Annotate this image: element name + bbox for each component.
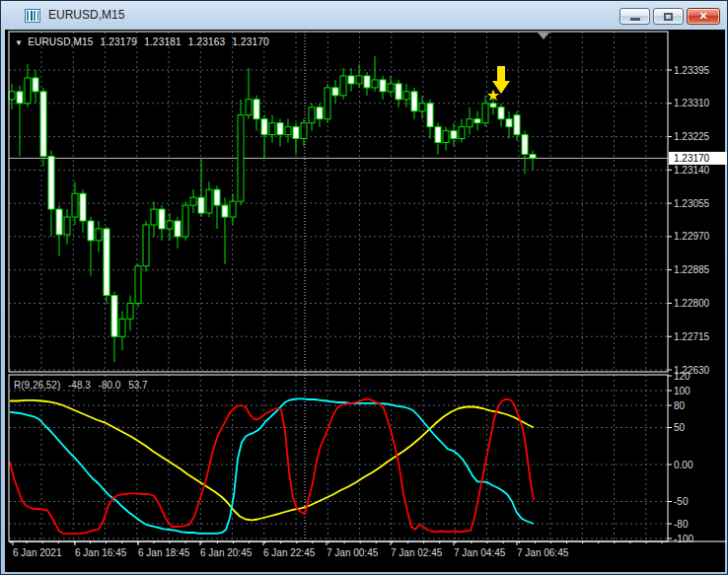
chevron-down-icon[interactable]: ▼ bbox=[15, 38, 23, 47]
open-value: 1.23179 bbox=[101, 36, 138, 47]
minimize-icon bbox=[630, 18, 640, 22]
minimize-button[interactable] bbox=[619, 8, 650, 25]
indicator-header: R(9,26,52) -48.3 -80.0 53.7 bbox=[14, 380, 153, 391]
restore-button[interactable] bbox=[653, 8, 684, 25]
price-scale[interactable] bbox=[668, 32, 727, 541]
restore-icon bbox=[664, 13, 673, 21]
ohlc-header: ▼EURUSD,M15 1.23179 1.23181 1.23163 1.23… bbox=[15, 36, 273, 47]
main-chart-plot[interactable] bbox=[9, 32, 668, 372]
indicator-subwindow[interactable] bbox=[9, 375, 668, 541]
high-value: 1.23181 bbox=[144, 36, 182, 47]
indicator-name: R(9,26,52) bbox=[14, 380, 60, 391]
low-value: 1.23163 bbox=[188, 36, 226, 47]
chart-window-icon bbox=[25, 9, 40, 23]
indicator-value-red: -48.3 bbox=[68, 380, 91, 391]
indicator-value-cyan: -80.0 bbox=[99, 380, 121, 391]
close-icon: ✕ bbox=[698, 11, 707, 22]
window-title: EURUSD,M15 bbox=[48, 8, 124, 22]
close-button[interactable]: ✕ bbox=[687, 8, 720, 25]
terminal-chart-window: EURUSD,M15 ✕ ★1.233951.233101.232251.231… bbox=[0, 0, 728, 575]
title-bar[interactable]: EURUSD,M15 ✕ bbox=[1, 1, 727, 30]
indicator-value-yellow: 53.7 bbox=[128, 380, 147, 391]
close-value: 1.23170 bbox=[232, 36, 269, 47]
symbol-label: EURUSD,M15 bbox=[28, 36, 93, 47]
time-scale[interactable] bbox=[9, 541, 727, 563]
